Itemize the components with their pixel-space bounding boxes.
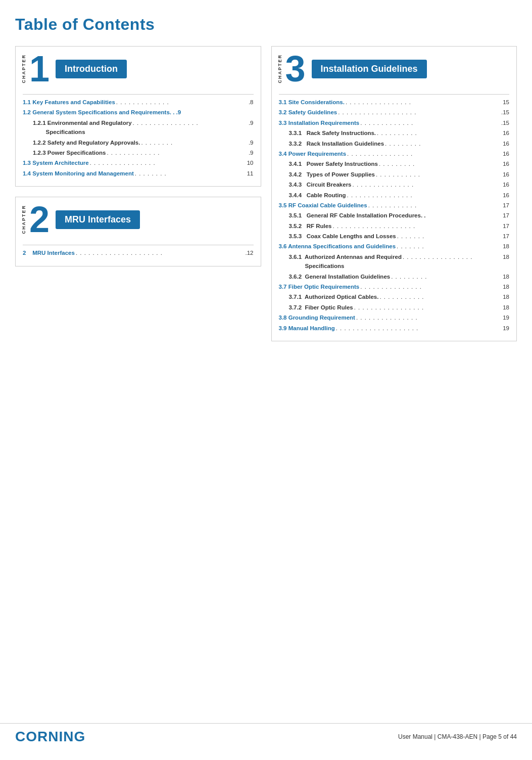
chapter-2-box: CHAPTER 2 MRU Interfaces 2 MRU Interface… [15,197,261,266]
toc-entry-3-6: 3.6 Antenna Specifications and Guideline… [279,242,510,251]
toc-entry-3-5-3: 3.5.3 Coax Cable Lengths and Losses . . … [279,232,510,241]
chapter-3-box: CHAPTER 3 Installation Guidelines 3.1 Si… [271,46,517,341]
toc-entry-3-4-2: 3.4.2 Types of Power Supplies . . . . . … [279,170,510,179]
toc-entry-3-3: 3.3 Installation Requirements . . . . . … [279,118,510,127]
toc-entry-3-1: 3.1 Site Considerations. . . . . . . . .… [279,98,510,107]
chapter-1-number: 1 [29,51,50,87]
toc-entry-1-1: 1.1 Key Features and Capabilities . . . … [23,98,254,107]
chapter-1-label: CHAPTER [22,54,26,83]
footer-text: User Manual | CMA-438-AEN | Page 5 of 44 [398,733,517,740]
toc-entry-3-5-1: 3.5.1 General RF Cable Installation Proc… [279,211,510,220]
footer: CORNING User Manual | CMA-438-AEN | Page… [0,723,532,750]
chapter-3-header: CHAPTER 3 Installation Guidelines [272,47,517,87]
toc-grid: CHAPTER 1 Introduction 1.1 Key Features … [15,46,517,341]
toc-entry-1-2-3: 1.2.3 Power Specifications . . . . . . .… [23,148,254,157]
left-column: CHAPTER 1 Introduction 1.1 Key Features … [15,46,261,266]
chapter-3-label: CHAPTER [278,54,282,83]
toc-entry-3-5: 3.5 RF Coaxial Cable Guidelines . . . . … [279,201,510,210]
toc-entry-1-2: 1.2 General System Specifications and Re… [23,108,254,117]
chapter-3-title: Installation Guidelines [312,60,427,78]
toc-entry-3-7-1: 3.7.1 Authorized Optical Cables. . . . .… [279,292,510,301]
toc-entry-1-4: 1.4 System Monitoring and Management . .… [23,169,254,178]
chapter-3-number: 3 [285,51,306,87]
page-title: Table of Contents [15,15,517,34]
toc-entry-3-4-3: 3.4.3 Circuit Breakers . . . . . . . . .… [279,180,510,189]
toc-entry-3-2: 3.2 Safety Guidelines . . . . . . . . . … [279,108,510,117]
corning-logo: CORNING [15,729,85,745]
chapter-1-box: CHAPTER 1 Introduction 1.1 Key Features … [15,46,261,187]
chapter-2-number: 2 [29,201,50,238]
chapter-3-content: 3.1 Site Considerations. . . . . . . . .… [272,87,517,341]
toc-entry-3-3-1: 3.3.1 Rack Safety Instructions. . . . . … [279,128,510,138]
chapter-2-label: CHAPTER [22,205,26,234]
toc-entry-3-4-4: 3.4.4 Cable Routing . . . . . . . . . . … [279,191,510,200]
chapter-1-title: Introduction [56,60,127,78]
toc-entry-3-6-1: 3.6.1 Authorized Antennas and Required S… [279,252,510,271]
toc-entry-2-1: 2 MRU Interfaces . . . . . . . . . . . .… [23,248,254,257]
toc-entry-3-3-2: 3.3.2 Rack Installation Guidelines . . .… [279,139,510,148]
chapter-2-title: MRU Interfaces [56,210,140,229]
toc-entry-3-9: 3.9 Manual Handling . . . . . . . . . . … [279,324,510,333]
toc-entry-1-2-1: 1.2.1 Environmental and Regulatory Speci… [23,118,254,137]
toc-entry-3-4: 3.4 Power Requirements . . . . . . . . .… [279,149,510,158]
toc-entry-3-7-2: 3.7.2 Fiber Optic Rules . . . . . . . . … [279,303,510,312]
chapter-1-header: CHAPTER 1 Introduction [16,47,261,87]
toc-entry-1-3: 1.3 System Architecture . . . . . . . . … [23,158,254,167]
chapter-2-content: 2 MRU Interfaces . . . . . . . . . . . .… [16,238,261,265]
chapter-1-content: 1.1 Key Features and Capabilities . . . … [16,87,261,186]
toc-entry-3-5-2: 3.5.2 RF Rules . . . . . . . . . . . . .… [279,221,510,231]
chapter-2-header: CHAPTER 2 MRU Interfaces [16,197,261,238]
toc-entry-1-2-2: 1.2.2 Safety and Regulatory Approvals. .… [23,138,254,147]
toc-entry-3-7: 3.7 Fiber Optic Requirements . . . . . .… [279,282,510,291]
toc-entry-3-6-2: 3.6.2 General Installation Guidelines . … [279,272,510,281]
toc-entry-3-4-1: 3.4.1 Power Safety Instructions . . . . … [279,159,510,168]
toc-entry-3-8: 3.8 Grounding Requirement . . . . . . . … [279,313,510,322]
